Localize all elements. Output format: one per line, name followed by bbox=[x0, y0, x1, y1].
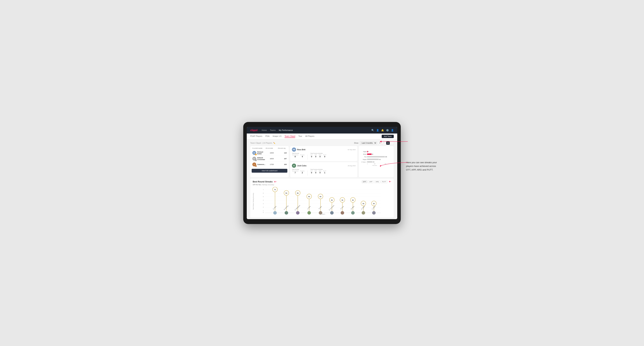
subnav: PGAT Players PGA Hcaps 1-5 Team Clippd T… bbox=[247, 134, 397, 140]
player-avatar-billingham bbox=[296, 211, 300, 215]
edit-icon[interactable]: ✏️ bbox=[273, 142, 275, 144]
practice-activities-rees: Total Practice Activities OTT 0 APP bbox=[310, 153, 326, 158]
streaks-svg: 7 6 5 4 3 2 1 0 bbox=[255, 187, 391, 215]
tab-pga[interactable]: PGA bbox=[266, 135, 270, 138]
tab-pgat-players[interactable]: PGAT Players bbox=[250, 135, 262, 138]
player-name-ebert: E. Ebert bbox=[273, 206, 277, 210]
tab-hcaps[interactable]: Hcaps 1-5 bbox=[273, 135, 282, 138]
nav-home[interactable]: Home bbox=[262, 129, 267, 131]
card-date-josh: 26 Aug 2023 bbox=[348, 165, 356, 167]
bar-label-bogeys: Bogeys bbox=[363, 159, 366, 160]
lb-header: PLAYER NAME PB SCORE PB AVG SQ bbox=[252, 148, 287, 149]
streak-tab-ott[interactable]: OTT bbox=[362, 180, 367, 183]
pb-score-3: 17/20 bbox=[266, 164, 278, 165]
bar-label-eagles: Eagles bbox=[363, 151, 366, 152]
player-info-3: C 3 Cameron... bbox=[252, 163, 266, 166]
bar-value-pars: 499 bbox=[385, 156, 387, 158]
player-name-3[interactable]: Cameron... bbox=[257, 164, 266, 165]
streak-tab-arg[interactable]: ARG bbox=[374, 180, 380, 183]
nav-teams[interactable]: Teams bbox=[270, 129, 276, 131]
show-label: Show bbox=[354, 142, 358, 144]
person-icon[interactable]: 👤 bbox=[376, 129, 379, 132]
streaks-subtitle: Off The Tee, Fairway Accuracy bbox=[253, 184, 391, 185]
streak-val-mcherg: 6x bbox=[286, 192, 287, 194]
app-stat-rees: APP 0 bbox=[314, 154, 317, 158]
card-player-info-rees: RB Rees Britt bbox=[292, 148, 306, 152]
player-name-mcherg: B. McHerg bbox=[284, 205, 289, 210]
streaks-chart: 7 6 5 4 3 2 1 0 bbox=[255, 187, 391, 216]
tablet-frame: clippd Home Teams My Performance 🔍 👤 🔔 ⚙… bbox=[243, 122, 401, 224]
streak-tab-app[interactable]: APP bbox=[368, 180, 374, 183]
arg-stat-rees: ARG 0 bbox=[319, 154, 321, 158]
x-axis-title: Players bbox=[321, 213, 325, 215]
bar-label-pars: Pars bbox=[364, 156, 366, 158]
svg-marker-9 bbox=[380, 141, 382, 142]
player-row: EC 2 Edward Crossman 18/20 107 bbox=[252, 156, 287, 162]
player-name-ford: D. Ford bbox=[340, 206, 344, 209]
annotation-arrow bbox=[373, 159, 408, 170]
player-name-2[interactable]: Edward Crossman bbox=[257, 157, 266, 161]
rank-badge-3: 3 bbox=[255, 165, 257, 167]
player-name-butler: R. Butler bbox=[361, 205, 366, 210]
card-avatar-rees: RB bbox=[292, 148, 296, 152]
avatar-icon[interactable]: 👤 bbox=[391, 129, 394, 132]
pb-avg-1: 110 bbox=[278, 152, 287, 154]
nav-my-performance[interactable]: My Performance bbox=[279, 129, 293, 131]
card-date-rees: 02 Sep 2023 bbox=[348, 149, 356, 151]
rank-badge-2: 2 bbox=[255, 159, 257, 161]
putt-stat-rees: PUTT 0 bbox=[323, 154, 326, 158]
streaks-title: Best Round Streaks bbox=[253, 180, 273, 183]
col-pb-avg: PB AVG SQ bbox=[278, 148, 287, 149]
player-name-1[interactable]: Richard Butler bbox=[257, 151, 266, 155]
tournament-stat-josh: Tournament 7 bbox=[292, 170, 298, 174]
streaks-header: Best Round Streaks OTT APP ARG PUTT bbox=[253, 180, 391, 183]
arrow-indicator-icon bbox=[274, 180, 277, 183]
bar-label-birdies: Birdies bbox=[363, 154, 366, 155]
player-card-rees: RB Rees Britt 02 Sep 2023 Total Rounds bbox=[290, 146, 357, 161]
practice-activities-josh: Total Practice Activities OTT 0 APP bbox=[310, 169, 326, 174]
tab-team-clippd[interactable]: Team Clippd bbox=[284, 135, 295, 138]
bell-icon[interactable]: 🔔 bbox=[381, 129, 384, 132]
pb-score-2: 18/20 bbox=[266, 158, 278, 160]
arrow-indicator-icon-2 bbox=[389, 180, 391, 183]
streak-val-crossman: 4x bbox=[331, 199, 333, 201]
streak-val-coles: 5x bbox=[308, 196, 310, 197]
card-name-josh[interactable]: Josh Coles bbox=[297, 165, 306, 167]
player-count: | 14 Players bbox=[262, 142, 272, 144]
bar-fill-pars bbox=[367, 156, 385, 157]
streak-tab-putt[interactable]: PUTT bbox=[381, 180, 388, 183]
y-axis-label: Best Streak, Fairway Accuracy bbox=[253, 194, 254, 208]
app-logo: clippd bbox=[250, 129, 258, 132]
three-col-layout: PLAYER NAME PB SCORE PB AVG SQ RB 1 Rich… bbox=[250, 146, 394, 177]
y-tick-2: 2 bbox=[263, 206, 264, 208]
streak-val-billingham: 6x bbox=[297, 192, 298, 194]
y-tick-4: 4 bbox=[263, 199, 264, 201]
streak-tabs: OTT APP ARG PUTT bbox=[362, 180, 391, 183]
ott-stat-josh: OTT 0 bbox=[310, 170, 313, 174]
card-name-rees[interactable]: Rees Britt bbox=[297, 149, 306, 151]
y-tick-6: 6 bbox=[263, 192, 264, 194]
tab-tour[interactable]: Tour bbox=[298, 135, 302, 138]
navbar: clippd Home Teams My Performance 🔍 👤 🔔 ⚙… bbox=[247, 127, 397, 134]
y-tick-7: 7 bbox=[263, 189, 264, 190]
add-team-button[interactable]: Add Team bbox=[382, 135, 394, 138]
bar-value-birdies: 96 bbox=[372, 154, 373, 155]
search-icon[interactable]: 🔍 bbox=[371, 129, 374, 132]
card-header-josh: JC Josh Coles 26 Aug 2023 bbox=[292, 164, 356, 168]
tab-all-players[interactable]: All Players bbox=[306, 135, 314, 138]
settings-icon[interactable]: ⚙️ bbox=[386, 129, 389, 132]
putt-stat-josh: PUTT 1 bbox=[323, 170, 326, 174]
view-full-leaderboard-btn[interactable]: View Full Leaderboard bbox=[252, 169, 287, 173]
bar-fill-eagles bbox=[367, 151, 368, 152]
player-avatar-coles bbox=[308, 211, 311, 215]
pb-avg-2: 107 bbox=[278, 158, 287, 160]
subnav-tabs: PGAT Players PGA Hcaps 1-5 Team Clippd T… bbox=[250, 135, 314, 138]
player-avatar-mcherg bbox=[285, 211, 288, 215]
y-tick-0: 0 bbox=[263, 212, 264, 213]
bar-label-dbogeys: D. Bogeys + bbox=[362, 162, 366, 163]
bar-fill-birdies bbox=[367, 154, 372, 155]
streak-val-britt: 5x bbox=[320, 196, 321, 197]
col-player-name: PLAYER NAME bbox=[252, 148, 266, 149]
player-avatar-ford bbox=[341, 211, 344, 215]
card-player-info-josh: JC Josh Coles bbox=[292, 164, 306, 168]
